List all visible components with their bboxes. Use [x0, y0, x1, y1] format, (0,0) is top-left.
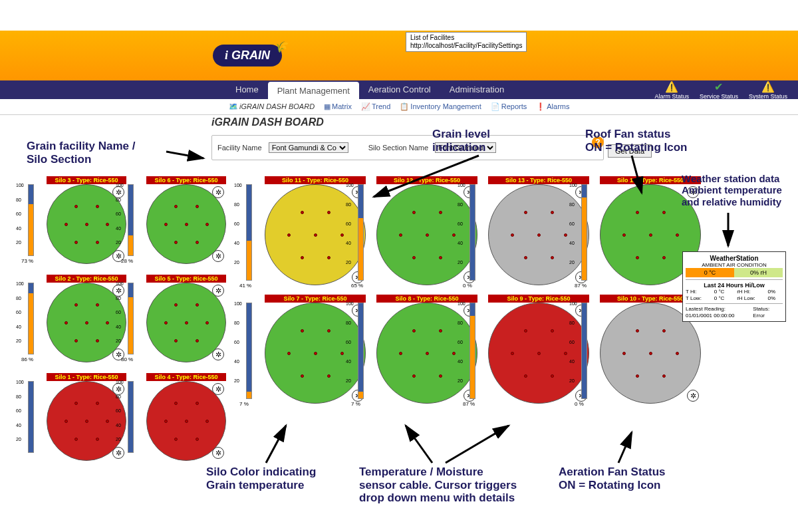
svg-line-6	[446, 426, 509, 463]
annotation-weather: Weather station data Ambient temperature…	[682, 173, 782, 207]
svg-line-7	[618, 432, 632, 463]
svg-line-5	[406, 426, 432, 463]
svg-line-4	[266, 426, 286, 463]
annotation-facility: Grain facility Name / Silo Section	[27, 140, 135, 166]
svg-line-2	[632, 156, 642, 193]
svg-line-1	[374, 156, 479, 197]
annotation-level: Grain level indication	[432, 128, 490, 154]
annotation-sensor: Temperature / Moisture sensor cable. Cur…	[359, 466, 517, 505]
annotation-roof: Roof Fan status ON = Rotating Icon	[585, 128, 687, 154]
svg-line-0	[166, 152, 203, 158]
annotation-aeration: Aeration Fan Status ON = Rotating Icon	[559, 466, 666, 491]
annotation-color: Silo Color indicating Grain temperature	[206, 466, 316, 491]
